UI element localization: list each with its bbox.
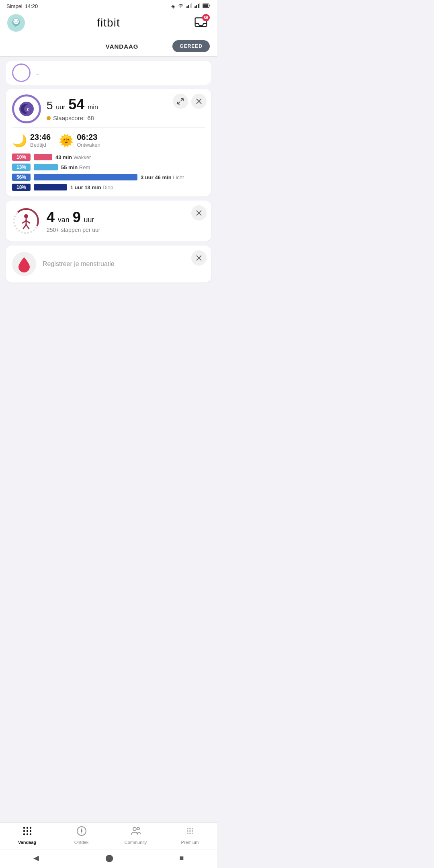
svg-point-13	[13, 19, 18, 24]
menstruation-icon	[12, 252, 36, 276]
sleep-hours: 5	[47, 99, 53, 112]
sleep-stage-wakker: 10% 43 min Wakker	[12, 154, 205, 161]
bed-wake-row: 🌙 23:46 Bedtijd 🌞 06:23 Ontwaken	[12, 133, 205, 148]
wifi-icon	[178, 3, 184, 9]
svg-rect-10	[203, 4, 208, 7]
battery-icon	[203, 3, 211, 9]
sleep-ring: z	[12, 94, 41, 123]
steps-card: 4 van 9 uur 250+ stappen per uur	[6, 201, 211, 242]
score-value: 68	[87, 115, 94, 121]
bedtime-value: 23:46	[30, 133, 51, 142]
scroll-area: ... z 5 uur	[0, 61, 217, 315]
sleep-card-details: 🌙 23:46 Bedtijd 🌞 06:23 Ontwaken	[6, 128, 211, 197]
time-label: 14:20	[25, 3, 38, 9]
sleep-stage-diep: 18% 1 uur 13 min Diep	[12, 184, 205, 191]
steps-sub-label: 250+ stappen per uur	[47, 227, 205, 233]
svg-rect-7	[199, 3, 200, 8]
status-bar: Simpel 14:20 ◈	[0, 0, 217, 11]
diep-text: 1 uur 13 min Diep	[70, 184, 113, 190]
partial-text: ...	[35, 70, 40, 76]
wakker-bar	[34, 154, 52, 160]
score-dot-icon	[47, 116, 51, 120]
sleep-stage-rem: 13% 55 min Rem	[12, 164, 205, 171]
steps-close-button[interactable]	[191, 205, 207, 221]
signal2-icon	[194, 3, 200, 9]
licht-text: 3 uur 46 min Licht	[141, 174, 184, 180]
steps-count: 4 van 9 uur	[47, 209, 205, 226]
steps-unit: uur	[84, 216, 94, 224]
signal1-icon	[186, 3, 192, 9]
bedtime-label: Bedtijd	[30, 142, 51, 148]
app-title: fitbit	[97, 16, 120, 29]
menstruation-close-button[interactable]	[191, 250, 207, 266]
rem-bar	[34, 164, 58, 170]
licht-percent-label: 56%	[12, 174, 31, 181]
wake-value: 06:23	[77, 133, 100, 142]
sleep-stage-licht: 56% 3 uur 46 min Licht	[12, 174, 205, 181]
licht-bar	[34, 174, 137, 180]
today-bar: VANDAAG GEREED	[0, 36, 217, 57]
svg-rect-1	[188, 5, 189, 8]
partial-card: ...	[6, 61, 211, 85]
wake-label: Ontwaken	[77, 142, 100, 148]
svg-line-33	[23, 225, 26, 229]
svg-rect-5	[196, 5, 197, 8]
svg-text:z: z	[27, 106, 29, 111]
wake-info: 06:23 Ontwaken	[77, 133, 100, 148]
status-left: Simpel 14:20	[6, 3, 38, 9]
diep-bar	[34, 184, 67, 190]
menstruation-card: Registreer je menstruatie	[6, 246, 211, 283]
sleep-minutes: 54	[68, 96, 84, 113]
sun-face-icon: 🌞	[59, 133, 74, 147]
steps-info: 4 van 9 uur 250+ stappen per uur	[47, 209, 205, 233]
svg-point-15	[16, 20, 18, 22]
sleep-bars: 10% 43 min Wakker 13% 55 min Rem 56% 3 u…	[12, 154, 205, 191]
sleep-hours-unit: uur	[56, 104, 65, 111]
steps-icon	[12, 207, 40, 235]
avatar[interactable]	[7, 14, 25, 32]
header: fitbit 56	[0, 11, 217, 36]
svg-line-34	[26, 225, 29, 229]
moon-face-icon: 🌙	[12, 133, 27, 147]
diep-percent-label: 18%	[12, 184, 31, 191]
sleep-icon: z	[12, 94, 41, 123]
wakker-percent-label: 10%	[12, 154, 31, 161]
partial-circle-icon	[12, 63, 31, 82]
bedtime-info: 23:46 Bedtijd	[30, 133, 51, 148]
carrier-label: Simpel	[6, 3, 23, 9]
status-right: ◈	[171, 3, 211, 9]
bedtime-item: 🌙 23:46 Bedtijd	[12, 133, 51, 148]
notification-button[interactable]: 56	[192, 14, 210, 32]
svg-rect-2	[190, 4, 191, 8]
steps-separator: van	[58, 216, 70, 224]
wakker-text: 43 min Wakker	[55, 154, 91, 160]
today-label: VANDAAG	[39, 43, 172, 50]
svg-rect-4	[194, 6, 196, 8]
rem-percent-label: 13%	[12, 164, 31, 171]
notification-badge: 56	[202, 14, 210, 21]
svg-rect-0	[186, 6, 188, 8]
spark-icon: ◈	[171, 3, 175, 9]
sleep-minutes-unit: min	[88, 104, 98, 111]
score-label: Slaapscore:	[53, 115, 85, 121]
menstruation-label: Registreer je menstruatie	[43, 260, 115, 268]
svg-rect-3	[191, 3, 192, 8]
sleep-close-button[interactable]	[191, 94, 207, 109]
sleep-expand-button[interactable]	[173, 94, 188, 109]
steps-current: 4	[47, 209, 55, 225]
svg-rect-9	[209, 5, 210, 6]
svg-point-14	[14, 20, 16, 22]
svg-rect-6	[198, 4, 199, 8]
wake-item: 🌞 06:23 Ontwaken	[59, 133, 100, 148]
steps-goal: 9	[73, 209, 81, 225]
sleep-card: z 5 uur 54 min Slaapscore: 68	[6, 89, 211, 197]
sleep-score: Slaapscore: 68	[47, 115, 205, 121]
rem-text: 55 min Rem	[61, 164, 90, 170]
sleep-card-top: z 5 uur 54 min Slaapscore: 68	[6, 89, 211, 127]
gereed-button[interactable]: GEREED	[172, 40, 210, 52]
